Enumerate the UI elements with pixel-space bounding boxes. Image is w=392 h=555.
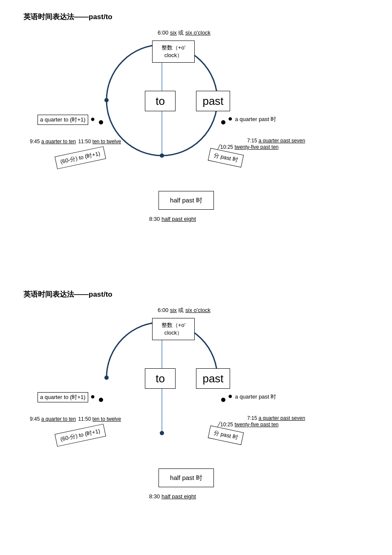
left-formula-box-1: (60-分) to (时+1) xyxy=(55,146,106,169)
bottom-label-1: 8:30 half past eight xyxy=(149,216,196,222)
quarter-past-dot-1 xyxy=(221,120,225,124)
halfpast-box-1: half past 时 xyxy=(159,191,214,210)
halfpast-box-2: half past 时 xyxy=(159,468,214,487)
quarter-past-label-2: ● a quarter past 时 xyxy=(228,392,276,401)
top-box-2: 整数（+o' clock） xyxy=(152,318,195,340)
right-formula-box-1: 分 past 时 xyxy=(208,148,244,168)
quarter-to-dot-2 xyxy=(99,398,103,402)
svg-point-3 xyxy=(160,153,164,158)
section-title-1: 英语时间表达法——past/to xyxy=(23,12,112,22)
past-box-2: past xyxy=(196,368,230,389)
quarter-to-box-1: a quarter to (时+1) xyxy=(37,115,88,125)
left-time-labels-2: 9:45 a quarter to ten 11:50 ten to twelv… xyxy=(30,416,121,422)
quarter-to-dot-1 xyxy=(99,120,103,124)
bottom-underline-2: half past eight xyxy=(161,493,196,500)
quarter-to-label-2: a quarter to (时+1) ● xyxy=(37,392,95,402)
svg-point-9 xyxy=(104,376,109,380)
quarter-past-text-2: a quarter past 时 xyxy=(235,393,277,400)
past-box-1: past xyxy=(196,91,230,111)
to-box-2: to xyxy=(145,368,176,389)
diagram-section-2: 英语时间表达法——past/to 6:00 six 或 six o'clock … xyxy=(0,278,392,546)
right-upper-note-2: 7:15 a quarter past seven xyxy=(247,415,305,421)
quarter-past-label-1: ● a quarter past 时 xyxy=(228,115,276,123)
right-upper-note-1: 7:15 a quarter past seven xyxy=(247,138,305,144)
svg-point-4 xyxy=(104,98,109,102)
six-oclock-label-2: 6:00 six 或 six o'clock xyxy=(158,306,210,314)
quarter-to-label-1: a quarter to (时+1) ● xyxy=(37,115,95,125)
left-time-labels-1: 9:45 a quarter to ten 11:50 ten to twelv… xyxy=(30,139,121,145)
right-time-labels-1: ╱10:25 twenty-five past ten xyxy=(217,144,279,150)
to-box-1: to xyxy=(145,91,176,111)
right-time-labels-2: ╱10:25 twenty-five past ten xyxy=(217,422,279,428)
right-formula-box-2: 分 past 时 xyxy=(208,425,244,445)
svg-point-8 xyxy=(160,431,164,435)
quarter-past-text-1: a quarter past 时 xyxy=(235,116,277,122)
left-formula-box-2: (60-分) to (时+1) xyxy=(55,424,106,447)
quarter-to-box-2: a quarter to (时+1) xyxy=(37,392,88,402)
bottom-underline-1: half past eight xyxy=(161,216,196,222)
top-box-1: 整数（+o' clock） xyxy=(152,40,195,63)
section-title-2: 英语时间表达法——past/to xyxy=(23,289,112,299)
six-oclock-label-1: 6:00 six 或 six o'clock xyxy=(158,29,210,37)
quarter-past-dot-2 xyxy=(221,398,225,402)
diagram-section-1: 英语时间表达法——past/to 6:00 six 或 six o'clock … xyxy=(0,0,392,269)
bottom-label-2: 8:30 half past eight xyxy=(149,493,196,500)
